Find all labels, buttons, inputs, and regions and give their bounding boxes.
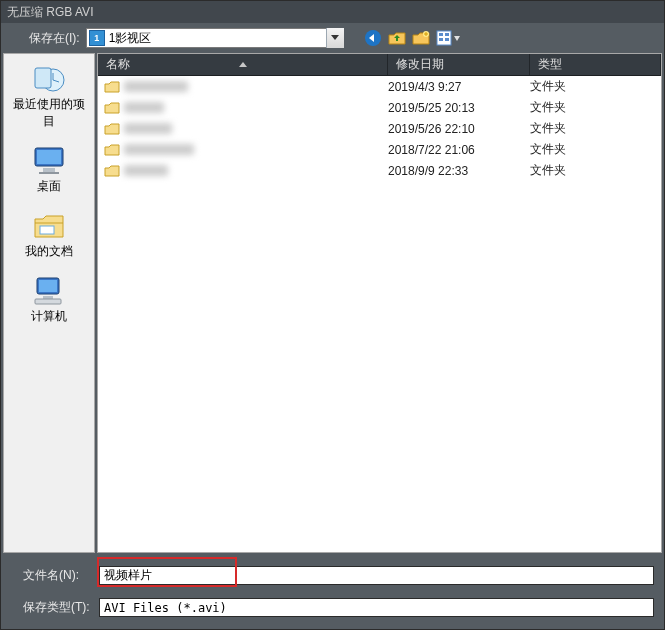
place-recent-label: 最近使用的项目: [9, 96, 89, 130]
column-date[interactable]: 修改日期: [388, 54, 530, 75]
file-list-panel: 名称 修改日期 类型 2019/4/3 9:27文件夹2019/5/25 20:…: [97, 53, 662, 553]
savein-dropdown-button[interactable]: [326, 28, 344, 48]
filetype-label: 保存类型(T):: [11, 599, 99, 616]
views-icon: [436, 30, 462, 46]
file-date: 2019/5/26 22:10: [388, 122, 530, 136]
place-computer[interactable]: 计算机: [9, 274, 89, 325]
filename-label: 文件名(N):: [11, 567, 99, 584]
savein-label: 保存在(I):: [29, 30, 80, 47]
place-desktop-label: 桌面: [9, 178, 89, 195]
folder-icon: [104, 164, 120, 178]
table-row[interactable]: 2019/5/26 22:10文件夹: [98, 118, 661, 139]
svg-rect-12: [35, 68, 51, 88]
newfolder-button[interactable]: [412, 29, 430, 47]
file-date: 2018/7/22 21:06: [388, 143, 530, 157]
sort-indicator: [98, 56, 387, 70]
desktop-icon: [31, 144, 67, 176]
bottom-panel: 文件名(N): 保存类型(T):: [1, 555, 664, 629]
file-type: 文件夹: [530, 162, 661, 179]
place-desktop[interactable]: 桌面: [9, 144, 89, 195]
filetype-row: 保存类型(T):: [11, 595, 654, 619]
folder-up-icon: [388, 30, 406, 46]
file-type: 文件夹: [530, 78, 661, 95]
newfolder-icon: [412, 30, 430, 46]
file-name-blurred: [124, 144, 194, 155]
svg-rect-19: [39, 280, 57, 292]
views-button[interactable]: [436, 29, 462, 47]
filetype-combo[interactable]: [99, 598, 654, 617]
folder-icon: [104, 80, 120, 94]
file-list[interactable]: 2019/4/3 9:27文件夹2019/5/25 20:13文件夹2019/5…: [98, 76, 661, 552]
filename-row: 文件名(N):: [11, 563, 654, 587]
title-bar[interactable]: 无压缩 RGB AVI: [1, 1, 664, 23]
column-type[interactable]: 类型: [530, 54, 661, 75]
drive-icon: 1: [89, 30, 105, 46]
folder-icon: [104, 101, 120, 115]
computer-icon: [31, 274, 67, 306]
window-title: 无压缩 RGB AVI: [7, 4, 93, 21]
column-name[interactable]: 名称: [98, 54, 388, 75]
table-row[interactable]: 2019/4/3 9:27文件夹: [98, 76, 661, 97]
place-documents-label: 我的文档: [9, 243, 89, 260]
table-row[interactable]: 2018/7/22 21:06文件夹: [98, 139, 661, 160]
savein-combo[interactable]: 1 1影视区: [86, 28, 344, 48]
svg-rect-9: [445, 38, 449, 41]
filename-input[interactable]: [99, 566, 654, 585]
place-computer-label: 计算机: [9, 308, 89, 325]
file-date: 2019/4/3 9:27: [388, 80, 530, 94]
svg-rect-16: [39, 172, 59, 174]
dialog-body: 最近使用的项目 桌面 我的文档 计算机: [1, 53, 664, 555]
file-date: 2019/5/25 20:13: [388, 101, 530, 115]
svg-marker-0: [331, 35, 339, 40]
column-date-label: 修改日期: [396, 56, 444, 73]
svg-rect-7: [445, 33, 449, 36]
places-bar: 最近使用的项目 桌面 我的文档 计算机: [3, 53, 95, 553]
file-type: 文件夹: [530, 99, 661, 116]
folder-icon: [104, 122, 120, 136]
file-date: 2018/9/9 22:33: [388, 164, 530, 178]
table-row[interactable]: 2019/5/25 20:13文件夹: [98, 97, 661, 118]
place-documents[interactable]: 我的文档: [9, 209, 89, 260]
table-row[interactable]: 2018/9/9 22:33文件夹: [98, 160, 661, 181]
column-type-label: 类型: [538, 56, 562, 73]
file-name-blurred: [124, 102, 164, 113]
location-bar: 保存在(I): 1 1影视区: [1, 23, 664, 53]
svg-marker-10: [454, 36, 460, 41]
file-name-blurred: [124, 81, 188, 92]
svg-rect-17: [40, 226, 54, 234]
file-type: 文件夹: [530, 120, 661, 137]
svg-rect-15: [43, 168, 55, 172]
documents-icon: [31, 209, 67, 241]
back-button[interactable]: [364, 29, 382, 47]
chevron-down-icon: [331, 35, 339, 41]
file-name-blurred: [124, 165, 168, 176]
folder-icon: [104, 143, 120, 157]
back-icon: [364, 29, 382, 47]
svg-rect-21: [35, 299, 61, 304]
save-dialog: 无压缩 RGB AVI 保存在(I): 1 1影视区: [0, 0, 665, 630]
svg-rect-8: [439, 38, 443, 41]
up-button[interactable]: [388, 29, 406, 47]
recent-icon: [31, 62, 67, 94]
svg-marker-22: [239, 62, 247, 67]
savein-value: 1影视区: [105, 30, 152, 47]
file-name-blurred: [124, 123, 172, 134]
svg-rect-14: [37, 150, 61, 164]
file-type: 文件夹: [530, 141, 661, 158]
toolbar: [364, 29, 462, 47]
column-headers: 名称 修改日期 类型: [98, 54, 661, 76]
svg-rect-6: [439, 33, 443, 36]
place-recent[interactable]: 最近使用的项目: [9, 62, 89, 130]
